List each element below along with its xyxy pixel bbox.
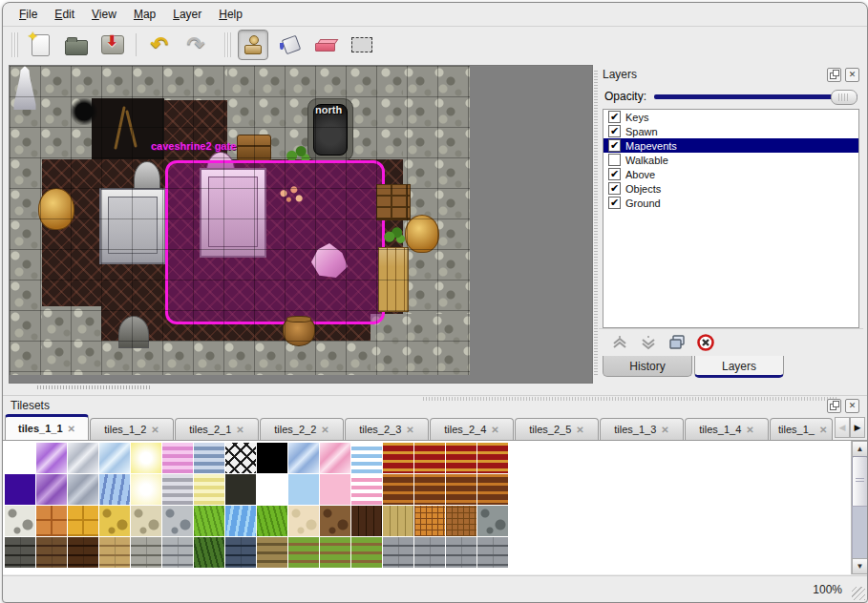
layer-visibility-checkbox[interactable]: ✔ xyxy=(608,125,621,137)
close-tab-icon[interactable]: ✕ xyxy=(321,425,328,435)
tile-stripes-gray[interactable] xyxy=(162,474,193,505)
tile-glow-pale-yellow[interactable] xyxy=(131,474,161,505)
tile-herringbone-wood[interactable] xyxy=(446,506,476,536)
tile-crystal-gray[interactable] xyxy=(68,443,98,473)
close-tab-icon[interactable]: ✕ xyxy=(236,425,243,435)
layer-row-keys[interactable]: ✔Keys xyxy=(603,110,858,124)
tile-water-blue[interactable] xyxy=(225,506,256,536)
eraser-tool-button[interactable] xyxy=(310,30,341,60)
tile-carpet-red[interactable] xyxy=(477,443,508,473)
tile-flagstone-yellow[interactable] xyxy=(99,506,130,536)
layer-visibility-checkbox[interactable]: ✔ xyxy=(608,168,621,180)
tile-stripes-yellow[interactable] xyxy=(194,474,224,505)
layer-visibility-checkbox[interactable] xyxy=(608,154,621,166)
tileset-tab-tiles_1[interactable]: tiles_1_✕ xyxy=(770,418,833,440)
opacity-slider-groove[interactable] xyxy=(654,94,857,99)
layer-row-spawn[interactable]: ✔Spawn xyxy=(603,124,858,138)
scrollbar-track[interactable] xyxy=(852,506,867,559)
resize-grip[interactable] xyxy=(852,587,865,600)
close-tab-icon[interactable]: ✕ xyxy=(406,425,413,435)
tileset-tab-tiles_1_3[interactable]: tiles_1_3✕ xyxy=(600,418,684,440)
new-file-button[interactable]: ✦ xyxy=(25,30,55,60)
close-tab-icon[interactable]: ✕ xyxy=(576,425,583,435)
canvas-splitter-handle[interactable] xyxy=(37,385,150,389)
tile-indigo[interactable] xyxy=(5,474,35,505)
tileset-tab-tiles_1_1[interactable]: tiles_1_1✕ xyxy=(5,414,89,440)
tile-stripes-blue[interactable] xyxy=(194,443,224,473)
tile-plain-blue[interactable] xyxy=(288,474,319,505)
move-layer-up-button[interactable] xyxy=(610,333,629,352)
layer-row-mapevents[interactable]: ✔Mapevents xyxy=(603,138,858,153)
tileset-tab-tiles_2_3[interactable]: tiles_2_3✕ xyxy=(345,418,429,440)
tile-crystal-purple-dark[interactable] xyxy=(36,474,67,505)
close-tab-icon[interactable]: ✕ xyxy=(746,425,753,435)
tile-crystal-purple[interactable] xyxy=(36,443,67,473)
tile-wall-gray-brick-2[interactable] xyxy=(383,537,413,568)
tile-stone-blocks-white[interactable] xyxy=(5,506,35,536)
close-tab-icon[interactable]: ✕ xyxy=(68,424,75,434)
tile-wall-dark-stone[interactable] xyxy=(5,537,35,568)
scroll-tabs-right-button[interactable]: ▶ xyxy=(850,417,865,438)
tile-crystal-pink[interactable] xyxy=(320,443,350,473)
tile-dirt-brown[interactable] xyxy=(320,506,350,536)
tile-grass-green[interactable] xyxy=(194,506,224,536)
tile-tiles-orange[interactable] xyxy=(36,506,67,536)
tile-wall-tan-brick[interactable] xyxy=(99,537,130,568)
tile-crystal-blue[interactable] xyxy=(99,443,130,473)
tile-wall-gray-brick-2[interactable] xyxy=(477,537,508,568)
dock-tab-history[interactable]: History xyxy=(603,356,692,377)
tile-carpet-red[interactable] xyxy=(446,443,476,473)
tile-wood-dark[interactable] xyxy=(351,506,382,536)
tileset-tab-tiles_2_5[interactable]: tiles_2_5✕ xyxy=(515,418,599,440)
layer-row-ground[interactable]: ✔Ground xyxy=(603,196,858,210)
undo-button[interactable]: ↶ xyxy=(144,30,175,60)
toolbar-drag-handle[interactable] xyxy=(11,32,18,57)
tile-rows-grass[interactable] xyxy=(320,537,350,568)
tile-rows-grass[interactable] xyxy=(288,537,319,568)
tileset-tab-tiles_2_1[interactable]: tiles_2_1✕ xyxy=(175,418,259,440)
tile-lattice-net[interactable] xyxy=(225,443,256,473)
palette-scrollbar[interactable]: ▲ ▼ xyxy=(851,441,867,574)
tile-carpet-red[interactable] xyxy=(383,443,413,473)
tile-white[interactable] xyxy=(257,474,287,505)
tile-rows-grass[interactable] xyxy=(351,537,382,568)
duplicate-layer-button[interactable] xyxy=(667,333,687,352)
tile-tiles-gold[interactable] xyxy=(68,506,98,536)
tilesets-drag-handle[interactable] xyxy=(423,397,838,401)
tile-carpet-brown[interactable] xyxy=(383,474,413,505)
stamp-tool-button[interactable] xyxy=(238,30,268,60)
tile-grass-green-2[interactable] xyxy=(257,506,287,536)
tile-plaque-dark[interactable] xyxy=(225,474,256,505)
tile-crystal-blue-2[interactable] xyxy=(288,443,319,473)
tile-crystal-gray-dark[interactable] xyxy=(68,474,98,505)
menu-view[interactable]: View xyxy=(83,5,125,24)
layer-visibility-checkbox[interactable]: ✔ xyxy=(608,139,621,152)
tile-rows-farm[interactable] xyxy=(257,537,287,568)
scrollbar-up-button[interactable]: ▲ xyxy=(852,441,867,457)
scroll-tabs-left-button[interactable]: ◀ xyxy=(835,417,850,438)
tile-wall-gray-stone[interactable] xyxy=(131,537,161,568)
menu-layer[interactable]: Layer xyxy=(164,5,210,24)
tile-pebbles-beige[interactable] xyxy=(131,506,161,536)
layer-visibility-checkbox[interactable]: ✔ xyxy=(608,182,621,195)
opacity-slider[interactable] xyxy=(654,89,857,104)
layer-row-walkable[interactable]: Walkable xyxy=(603,153,858,167)
tile-carpet-brown[interactable] xyxy=(446,474,476,505)
tile-weave-basket[interactable] xyxy=(414,506,445,536)
close-tab-icon[interactable]: ✕ xyxy=(819,425,827,435)
tile-stones-gray[interactable] xyxy=(162,506,193,536)
tile-wall-brown[interactable] xyxy=(36,537,67,568)
float-panel-button[interactable] xyxy=(827,399,841,413)
select-rect-tool-button[interactable] xyxy=(347,30,377,60)
tileset-tab-tiles_2_2[interactable]: tiles_2_2✕ xyxy=(260,418,344,440)
tile-carpet-red[interactable] xyxy=(414,443,445,473)
tile-glow-yellow[interactable] xyxy=(131,443,161,473)
move-layer-down-button[interactable] xyxy=(639,333,658,352)
tileset-tab-tiles_1_4[interactable]: tiles_1_4✕ xyxy=(685,418,769,440)
tile-wall-gray-brick-2[interactable] xyxy=(414,537,445,568)
close-panel-button[interactable]: ✕ xyxy=(845,399,859,413)
tileset-tab-tiles_2_4[interactable]: tiles_2_4✕ xyxy=(430,418,514,440)
menu-help[interactable]: Help xyxy=(210,5,251,24)
scrollbar-down-button[interactable]: ▼ xyxy=(852,558,867,574)
menu-file[interactable]: File xyxy=(11,5,46,24)
